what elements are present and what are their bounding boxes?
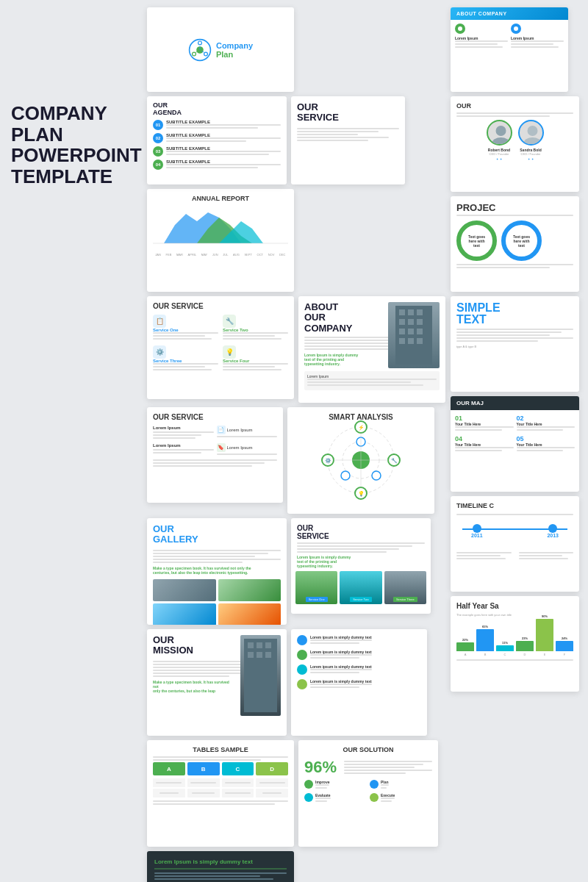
major-item-3: 04 Your Title Here bbox=[455, 435, 514, 453]
main-title: COMPANY PLAN POWERPOINT TEMPLATE bbox=[11, 103, 140, 187]
project-title: PROJEC bbox=[456, 202, 573, 213]
svg-text:⚡: ⚡ bbox=[358, 424, 365, 431]
svg-rect-16 bbox=[399, 319, 405, 325]
svg-text:🔧: 🔧 bbox=[391, 457, 398, 464]
halfyear-title: Half Year Sa bbox=[456, 602, 573, 610]
photo-label-3: Service Three bbox=[393, 597, 417, 602]
svg-rect-21 bbox=[417, 329, 423, 334]
team-social-2: ✦ ✦ bbox=[518, 157, 544, 161]
row-1: Company Plan bbox=[147, 7, 448, 92]
row-9: Lorem Ipsum is simply dummy text Lorem i… bbox=[147, 851, 448, 882]
simple-text-slide: SIMPLETEXT type A & type B bbox=[451, 296, 579, 392]
solution-title: OUR SOLUTION bbox=[304, 746, 432, 753]
header-a: A bbox=[153, 762, 185, 775]
table-row-1 bbox=[153, 778, 288, 787]
center-slides: Company Plan OURAGENDA 01 SUBTITLE EXAMP… bbox=[147, 7, 448, 882]
simple-text-right: SIMPLETEXT type A & type B bbox=[451, 296, 584, 392]
about-icon-svg-2 bbox=[513, 26, 519, 32]
logo: Company Plan bbox=[188, 38, 253, 62]
svg-point-37 bbox=[372, 471, 381, 480]
svg-point-3 bbox=[204, 52, 208, 56]
gallery-img-4 bbox=[218, 603, 282, 625]
timeline-2011: 2011 bbox=[471, 524, 483, 538]
agenda-title: OURAGENDA bbox=[153, 102, 281, 117]
about-icon-1 bbox=[455, 24, 465, 34]
building-photo bbox=[388, 302, 440, 368]
agenda-num-2: 02 bbox=[153, 133, 163, 143]
mission-item-1: Lorem ipsum is simply dummy text bbox=[297, 635, 421, 645]
service-left-slide: OUR SERVICE Lorem Ipsum 📄 Lorem Ipsum bbox=[147, 407, 283, 503]
major-num-1: 01 bbox=[455, 415, 514, 422]
header-c: C bbox=[222, 762, 254, 775]
svc-icon-2: 🔖 bbox=[217, 443, 226, 452]
bar-fill-6 bbox=[556, 641, 573, 651]
about-company-big-slide: ABOUTOURCOMPANY Lorem Ipsum is simply du… bbox=[298, 296, 445, 403]
svg-rect-43 bbox=[244, 639, 277, 712]
bar-4: 23% D bbox=[516, 637, 534, 656]
svg-rect-19 bbox=[399, 329, 405, 334]
cell-1-3 bbox=[222, 778, 254, 787]
left-title-area: COMPANY PLAN POWERPOINT TEMPLATE bbox=[11, 103, 140, 187]
cell-2-1 bbox=[153, 789, 185, 797]
halfyear-right: Half Year Sa The example goes here with … bbox=[451, 596, 584, 692]
row-2: OURAGENDA 01 SUBTITLE EXAMPLE 02 SUBTITL… bbox=[147, 96, 448, 184]
gallery-title: OURGALLERY bbox=[153, 524, 281, 545]
service-grid-title: OUR SERVICE bbox=[153, 302, 288, 310]
major-header: OUR MAJ bbox=[451, 396, 579, 410]
svg-point-53 bbox=[492, 137, 509, 146]
agenda-item-1: 01 SUBTITLE EXAMPLE bbox=[153, 120, 281, 130]
agenda-text-1: SUBTITLE EXAMPLE bbox=[166, 120, 281, 130]
service-icon-3: ⚙️ bbox=[153, 345, 166, 359]
team-member-1: Robert Bond CEO / Founder ✦ ✦ bbox=[487, 120, 512, 161]
svg-point-52 bbox=[495, 126, 506, 136]
cell-2-2 bbox=[187, 789, 220, 797]
major-item-4: 05 Your Title Here bbox=[517, 435, 576, 453]
bar-fill-1 bbox=[456, 642, 474, 651]
tables-title: TABLES SAMPLE bbox=[153, 746, 288, 753]
gallery-img-3 bbox=[153, 603, 216, 625]
svg-point-55 bbox=[523, 137, 541, 146]
our-major-right: OUR MAJ 01 Your Title Here 02 Your Title… bbox=[451, 396, 584, 492]
svg-text:💡: 💡 bbox=[358, 490, 365, 497]
cell-1-1 bbox=[153, 778, 185, 787]
solution-steps: Improve Plan Evaluat bbox=[304, 780, 432, 803]
team-member-2: Sandra Bold CEO / Founder ✦ ✦ bbox=[518, 120, 544, 161]
bar-chart: 22% A 65% B 11% C 23% bbox=[456, 620, 573, 656]
major-num-4: 05 bbox=[517, 435, 576, 442]
major-num-2: 02 bbox=[517, 415, 576, 422]
team-role-2: CEO / Founder bbox=[518, 152, 544, 156]
timeline-title: TIMELINE C bbox=[456, 502, 573, 509]
agenda-text-4: SUBTITLE EXAMPLE bbox=[166, 159, 281, 170]
cell-1-4 bbox=[256, 778, 288, 787]
agenda-text-2: SUBTITLE EXAMPLE bbox=[166, 133, 281, 143]
about-company-right: ABOUT COMPANY Lorem Ipsum bbox=[451, 7, 584, 92]
mission-item-2: Lorem ipsum is simply dummy text bbox=[297, 650, 421, 660]
about-icon-2 bbox=[511, 24, 521, 34]
company-label: Company bbox=[216, 41, 253, 50]
service-grid: 📋 Service One 🔧 Service Two ⚙️ Service T… bbox=[153, 315, 288, 372]
service-item-3: ⚙️ Service Three bbox=[153, 345, 218, 372]
agenda-item-2: 02 SUBTITLE EXAMPLE bbox=[153, 133, 281, 143]
smart-diagram: ⚡ 🔧 💡 ⚙️ bbox=[293, 427, 429, 493]
agenda-slide: OURAGENDA 01 SUBTITLE EXAMPLE 02 SUBTITL… bbox=[147, 96, 287, 184]
logo-text: Company Plan bbox=[216, 41, 253, 59]
row-6: OURGALLERY Make a type specimen book. It… bbox=[147, 518, 448, 625]
main-layout: COMPANY PLAN POWERPOINT TEMPLATE bbox=[0, 0, 588, 882]
photo-2: Service Two bbox=[340, 571, 381, 604]
step-icon-execute bbox=[370, 793, 379, 802]
row-5: OUR SERVICE Lorem Ipsum 📄 Lorem Ipsum bbox=[147, 407, 448, 514]
svg-rect-20 bbox=[408, 329, 414, 334]
timeline-2013: 2013 bbox=[547, 524, 559, 538]
company-plan-slide: Company Plan bbox=[147, 7, 294, 92]
step-icon-evaluate bbox=[304, 793, 313, 802]
smart-analysis-slide: SMART ANALYSIS ⚡ 🔧 bbox=[287, 407, 434, 514]
avatar-2 bbox=[518, 120, 544, 146]
service-box-3: Lorem Ipsum bbox=[153, 443, 214, 456]
logo-icon bbox=[188, 38, 212, 62]
about-col-1: Lorem Ipsum bbox=[455, 24, 508, 49]
service-box-4: 🔖 Lorem Ipsum bbox=[217, 443, 278, 456]
team-role-1: CEO / Founder bbox=[487, 152, 512, 156]
service-grid-slide: OUR SERVICE 📋 Service One 🔧 Service Two … bbox=[147, 296, 294, 399]
service-item-1: 📋 Service One bbox=[153, 315, 218, 341]
svg-point-2 bbox=[198, 41, 202, 45]
